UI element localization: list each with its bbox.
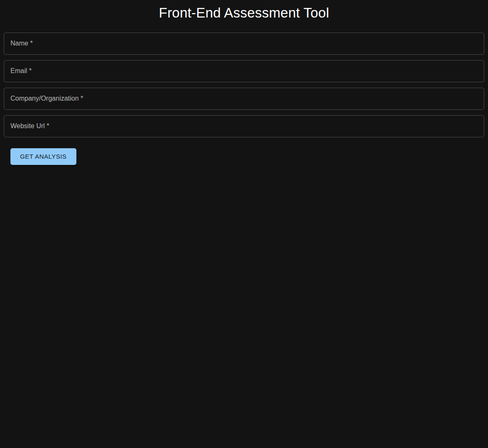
page-title: Front-End Assessment Tool xyxy=(0,5,488,21)
email-input[interactable] xyxy=(4,60,484,82)
name-input[interactable] xyxy=(4,33,484,55)
assessment-form: GET ANALYSIS xyxy=(0,33,488,165)
button-row: GET ANALYSIS xyxy=(10,148,488,165)
company-organization-input[interactable] xyxy=(4,88,484,110)
website-url-input[interactable] xyxy=(4,115,484,137)
get-analysis-button[interactable]: GET ANALYSIS xyxy=(10,148,76,165)
